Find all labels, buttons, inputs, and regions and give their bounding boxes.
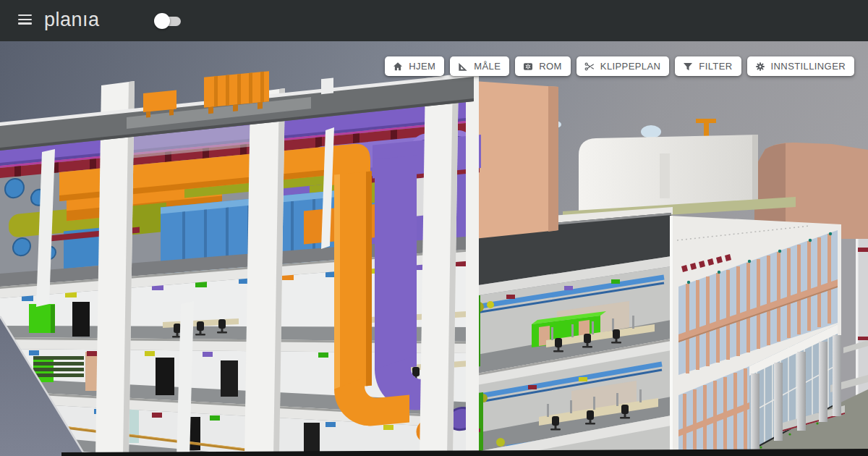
middle-bay-section (446, 213, 671, 456)
settings-icon (754, 61, 766, 72)
model-toggle[interactable] (154, 13, 182, 29)
app-window: { "header": { "app_name": "planıa", "men… (0, 0, 868, 456)
maale-label: MÅLE (474, 61, 501, 72)
innstillinger-button[interactable]: INNSTILLINGER (747, 56, 854, 76)
viewer-canvas[interactable] (0, 41, 868, 456)
home-icon (392, 61, 404, 72)
rom-button[interactable]: ROM (515, 56, 571, 76)
clip-plane-icon (584, 61, 595, 72)
app-header: planıa (0, 0, 868, 41)
filter-label: FILTER (699, 61, 732, 72)
hjem-label: HJEM (409, 61, 435, 72)
hjem-button[interactable]: HJEM (385, 56, 444, 76)
beige-section-wall (470, 81, 558, 239)
klippeplan-button[interactable]: KLIPPEPLAN (576, 56, 670, 76)
app-logo: planıa (44, 9, 100, 31)
filter-icon (682, 61, 694, 72)
klippeplan-label: KLIPPEPLAN (600, 61, 661, 72)
viewer-toolbar: HJEM MÅLE ROM (385, 56, 854, 76)
measure-icon (457, 61, 469, 72)
rom-label: ROM (539, 61, 562, 72)
toggle-knob (154, 13, 170, 29)
filter-button[interactable]: FILTER (675, 56, 741, 76)
innstillinger-label: INNSTILLINGER (771, 61, 846, 72)
maale-button[interactable]: MÅLE (450, 56, 509, 76)
room-icon (522, 61, 534, 72)
menu-icon[interactable] (18, 14, 32, 27)
building-section-left (0, 65, 481, 456)
